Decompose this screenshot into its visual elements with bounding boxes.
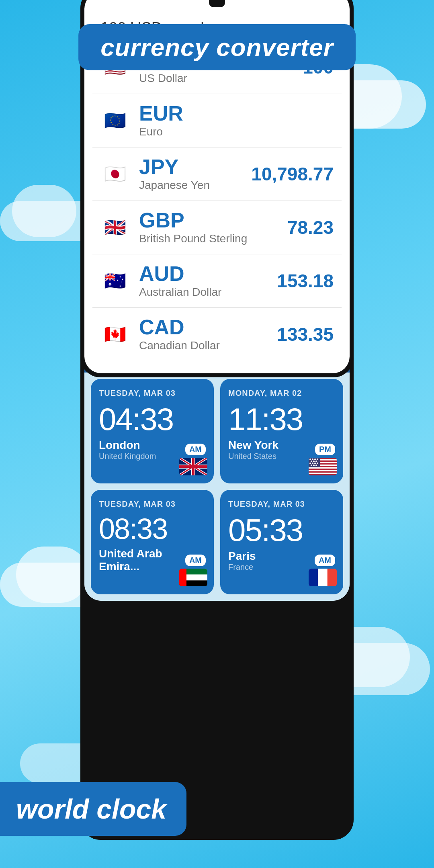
currency-value-aud: 153.18 [277, 270, 334, 292]
currency-info-jpy: JPY Japanese Yen [139, 156, 251, 192]
flag-us [309, 458, 337, 475]
currency-name-eur: Euro [139, 125, 334, 138]
currency-code-cad: CAD [139, 317, 277, 338]
currency-value-cad: 133.35 [277, 323, 334, 345]
flag-gbp: 🇬🇧 [100, 213, 129, 242]
clock-card-london[interactable]: TUESDAY, MAR 03 04:33 AM London United K… [91, 379, 214, 483]
currency-row-aud[interactable]: 🇦🇺 AUD Australian Dollar 153.18 [92, 254, 342, 308]
currency-value-jpy: 10,798.77 [251, 163, 334, 185]
ampm-badge-uae: AM [185, 555, 206, 566]
currency-value-gbp: 78.23 [287, 217, 334, 238]
flag-eur: 🇪🇺 [100, 106, 129, 135]
svg-rect-35 [179, 569, 186, 586]
clocks-grid: TUESDAY, MAR 03 04:33 AM London United K… [84, 373, 350, 601]
flag-cad: 🇨🇦 [100, 320, 129, 349]
currency-name-usd: US Dollar [139, 72, 303, 85]
currency-info-aud: AUD Australian Dollar [139, 263, 277, 299]
clock-card-newyork[interactable]: MONDAY, MAR 02 11:33 PM New York United … [220, 379, 343, 483]
world-clock-banner: world clock [0, 782, 186, 836]
clock-time-newyork: 11:33 [228, 403, 335, 435]
currency-row-cad[interactable]: 🇨🇦 CAD Canadian Dollar 133.35 [92, 308, 342, 361]
ampm-badge-london: AM [185, 444, 206, 455]
svg-point-18 [312, 459, 313, 460]
svg-point-29 [313, 465, 315, 466]
clock-card-paris[interactable]: TUESDAY, MAR 03 05:33 AM Paris France [220, 490, 343, 594]
currency-row-jpy[interactable]: 🇯🇵 JPY Japanese Yen 10,798.77 [92, 147, 342, 201]
clock-time-uae: 08:33 [99, 514, 206, 543]
clock-date-newyork: MONDAY, MAR 02 [228, 389, 335, 398]
currency-name-cad: Canadian Dollar [139, 339, 277, 352]
svg-rect-38 [309, 569, 318, 586]
flag-ae [179, 569, 207, 586]
clock-time-paris: 05:33 [228, 514, 335, 546]
svg-rect-14 [309, 470, 337, 471]
currency-name-aud: Australian Dollar [139, 286, 277, 299]
currency-info-gbp: GBP British Pound Sterling [139, 210, 287, 245]
currency-info-cad: CAD Canadian Dollar [139, 317, 277, 352]
currency-code-jpy: JPY [139, 156, 251, 177]
currency-converter-label: currency converter [100, 33, 334, 61]
svg-point-23 [315, 461, 317, 462]
currency-row-eur[interactable]: 🇪🇺 EUR Euro [92, 94, 342, 147]
currency-list: 🇺🇸 USD US Dollar 100 🇪🇺 EUR Euro 🇯🇵 [84, 41, 350, 361]
svg-point-30 [315, 465, 317, 466]
ampm-badge-newyork: PM [315, 444, 335, 455]
svg-point-26 [314, 463, 316, 464]
currency-code-eur: EUR [139, 103, 334, 124]
currency-code-aud: AUD [139, 263, 277, 284]
clock-time-london: 04:33 [99, 403, 206, 435]
currency-row-gbp[interactable]: 🇬🇧 GBP British Pound Sterling 78.23 [92, 201, 342, 254]
ampm-badge-paris: AM [315, 555, 335, 566]
clock-date-paris: TUESDAY, MAR 03 [228, 500, 335, 509]
svg-point-24 [309, 463, 311, 464]
flag-uk [179, 458, 207, 475]
svg-point-25 [312, 463, 313, 464]
currency-converter-banner: currency converter [78, 24, 356, 70]
currency-info-eur: EUR Euro [139, 103, 334, 138]
currency-converter-phone: currency converter 100 USD equals: 🇺🇸 US… [80, 0, 354, 377]
flag-aud: 🇦🇺 [100, 266, 129, 295]
currency-name-jpy: Japanese Yen [139, 179, 251, 192]
currency-name-gbp: British Pound Sterling [139, 232, 287, 245]
svg-point-22 [313, 461, 315, 462]
svg-point-20 [317, 459, 318, 460]
svg-point-28 [311, 465, 312, 466]
currency-code-gbp: GBP [139, 210, 287, 231]
svg-rect-13 [309, 467, 337, 469]
clock-date-uae: TUESDAY, MAR 03 [99, 500, 206, 509]
world-clock-label: world clock [16, 794, 166, 824]
svg-rect-15 [309, 473, 337, 474]
svg-point-19 [314, 459, 316, 460]
svg-point-27 [317, 463, 318, 464]
flag-fr [309, 569, 337, 586]
clock-card-uae[interactable]: TUESDAY, MAR 03 08:33 AM United Arab Emi… [91, 490, 214, 594]
flag-jpy: 🇯🇵 [100, 160, 129, 188]
clock-date-london: TUESDAY, MAR 03 [99, 389, 206, 398]
svg-point-21 [311, 461, 312, 462]
svg-point-17 [309, 459, 311, 460]
